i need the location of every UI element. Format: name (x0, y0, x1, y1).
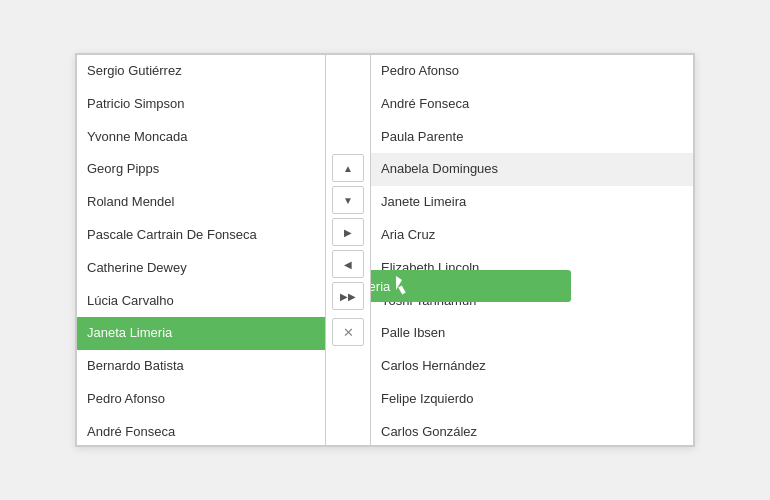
left-list-item[interactable]: Janeta Limeria (77, 317, 325, 350)
right-list-item[interactable]: Palle Ibsen (371, 317, 693, 350)
left-list-item[interactable]: Yvonne Moncada (77, 121, 325, 154)
left-list-item[interactable]: Sergio Gutiérrez (77, 55, 325, 88)
move-right-button[interactable]: ▶ (332, 218, 364, 246)
left-list-item[interactable]: Pedro Afonso (77, 383, 325, 416)
tooltip-janeta-limeria[interactable]: Janeta Limeria (370, 270, 571, 302)
controls-panel: ▲ ▼ ▶ ◀ ▶▶ ✕ (326, 54, 370, 446)
right-list-item[interactable]: Aria Cruz (371, 219, 693, 252)
clear-button[interactable]: ✕ (332, 318, 364, 346)
left-list-item[interactable]: Bernardo Batista (77, 350, 325, 383)
scroll-down-button[interactable]: ▼ (332, 186, 364, 214)
right-list-item[interactable]: Carlos Hernández (371, 350, 693, 383)
cursor-icon (396, 276, 414, 296)
left-list-panel: Sergio GutiérrezPatricio SimpsonYvonne M… (76, 54, 326, 446)
right-list-panel: Janeta Limeria Pedro AfonsoAndré Fonseca… (370, 54, 694, 446)
scroll-up-button[interactable]: ▲ (332, 154, 364, 182)
left-list-item[interactable]: Catherine Dewey (77, 252, 325, 285)
right-list-scroll[interactable]: Pedro AfonsoAndré FonsecaPaula ParenteAn… (371, 55, 693, 445)
left-list-item[interactable]: Patricio Simpson (77, 88, 325, 121)
move-left-button[interactable]: ◀ (332, 250, 364, 278)
left-list-scroll[interactable]: Sergio GutiérrezPatricio SimpsonYvonne M… (77, 55, 325, 445)
right-list-item[interactable]: Paula Parente (371, 121, 693, 154)
left-list-item[interactable]: André Fonseca (77, 416, 325, 445)
right-list-item[interactable]: Felipe Izquierdo (371, 383, 693, 416)
right-list-item[interactable]: Pedro Afonso (371, 55, 693, 88)
left-list-item[interactable]: Roland Mendel (77, 186, 325, 219)
move-all-right-button[interactable]: ▶▶ (332, 282, 364, 310)
tooltip-text: Janeta Limeria (370, 279, 390, 294)
dual-listbox: Sergio GutiérrezPatricio SimpsonYvonne M… (75, 53, 695, 447)
right-list-item[interactable]: André Fonseca (371, 88, 693, 121)
right-list-item[interactable]: Janete Limeira (371, 186, 693, 219)
right-list-item[interactable]: Anabela Domingues (371, 153, 693, 186)
right-list-item[interactable]: Carlos González (371, 416, 693, 445)
left-list-item[interactable]: Pascale Cartrain De Fonseca (77, 219, 325, 252)
left-list-item[interactable]: Georg Pipps (77, 153, 325, 186)
left-list-item[interactable]: Lúcia Carvalho (77, 285, 325, 318)
